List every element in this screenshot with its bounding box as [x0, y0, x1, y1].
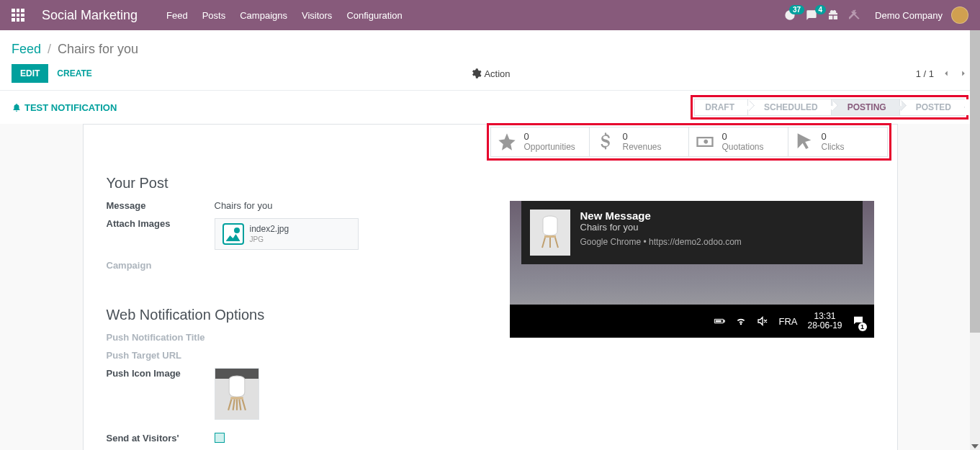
nav-configuration[interactable]: Configuration [346, 10, 402, 21]
notification-title: New Message [580, 210, 742, 222]
bell-icon [12, 102, 22, 112]
taskbar-notification-icon: 1 [853, 315, 864, 328]
stat-buttons-highlight: 0Opportunities 0Revenues 0Quotations 0Cl… [487, 123, 891, 161]
user-avatar[interactable] [951, 6, 968, 24]
push-url-label: Push Target URL [107, 350, 215, 361]
edit-button[interactable]: EDIT [12, 64, 48, 83]
nav-posts[interactable]: Posts [202, 10, 226, 21]
stat-revenues[interactable]: 0Revenues [590, 127, 689, 157]
breadcrumb-parent[interactable]: Feed [12, 42, 41, 56]
dollar-icon [595, 132, 616, 152]
create-button[interactable]: CREATE [48, 64, 100, 83]
pager-value[interactable]: 1 / 1 [916, 68, 934, 79]
message-value: Chairs for you [215, 200, 273, 211]
status-posting[interactable]: POSTING [832, 99, 900, 116]
action-dropdown[interactable]: Action [469, 68, 510, 79]
volume-mute-icon [757, 315, 768, 327]
breadcrumb: Feed / Chairs for you [12, 42, 968, 57]
cursor-icon [794, 132, 814, 152]
status-bar: DRAFT SCHEDULED POSTING POSTED [694, 99, 965, 116]
push-icon-label: Push Icon Image [107, 368, 215, 420]
chevron-right-icon[interactable] [958, 68, 968, 78]
stat-clicks[interactable]: 0Clicks [788, 127, 888, 157]
preview-taskbar: FRA 13:3128-06-19 1 [510, 305, 874, 338]
taskbar-date: 28-06-19 [807, 321, 842, 330]
chair-image [221, 375, 253, 413]
status-bar-highlight: DRAFT SCHEDULED POSTING POSTED [691, 95, 968, 120]
status-posted[interactable]: POSTED [900, 99, 965, 116]
money-icon [695, 132, 715, 152]
gift-icon[interactable] [827, 9, 839, 21]
svg-rect-0 [230, 397, 243, 399]
company-name[interactable]: Demo Company [875, 10, 943, 21]
notification-meta: Google Chrome • https://demo2.odoo.com [580, 237, 742, 247]
gear-icon [469, 68, 481, 79]
notification-card: New Message Chairs for you Google Chrome… [521, 201, 863, 264]
taskbar-lang: FRA [778, 316, 797, 327]
send-visitors-label: Send at Visitors' [107, 433, 215, 444]
activities-badge: 37 [789, 5, 804, 14]
stat-opportunities[interactable]: 0Opportunities [490, 127, 590, 157]
send-visitors-checkbox[interactable] [215, 433, 225, 443]
push-title-label: Push Notification Title [107, 332, 215, 343]
attach-label: Attach Images [107, 218, 215, 250]
status-row: TEST NOTIFICATION DRAFT SCHEDULED POSTIN… [0, 91, 980, 124]
stat-quotations[interactable]: 0Quotations [689, 127, 788, 157]
image-icon [222, 223, 244, 245]
notification-image [530, 210, 570, 256]
your-post-heading: Your Post [107, 175, 481, 192]
control-panel: Feed / Chairs for you EDIT CREATE Action… [0, 30, 980, 83]
push-icon-thumbnail[interactable] [215, 368, 259, 420]
campaign-label: Campaign [107, 260, 215, 271]
attachment-chip[interactable]: index2.jpgJPG [215, 218, 359, 250]
nav-visitors[interactable]: Visitors [302, 10, 332, 21]
notification-preview: New Message Chairs for you Google Chrome… [510, 201, 874, 338]
wifi-icon [735, 315, 747, 327]
main-navbar: Social Marketing Feed Posts Campaigns Vi… [0, 0, 980, 30]
status-scheduled[interactable]: SCHEDULED [748, 99, 832, 116]
breadcrumb-current: Chairs for you [58, 42, 138, 56]
form-sheet: 0Opportunities 0Revenues 0Quotations 0Cl… [83, 124, 898, 450]
discuss-badge: 4 [815, 5, 827, 14]
debug-icon[interactable] [849, 9, 860, 21]
web-notif-heading: Web Notification Options [107, 307, 481, 323]
status-draft[interactable]: DRAFT [694, 99, 748, 116]
battery-icon [714, 315, 725, 327]
svg-rect-2 [716, 320, 721, 323]
apps-icon[interactable] [12, 9, 24, 22]
vertical-scrollbar[interactable] [970, 30, 980, 450]
discuss-icon[interactable]: 4 [806, 9, 817, 21]
message-label: Message [107, 200, 215, 211]
activities-icon[interactable]: 37 [784, 9, 796, 21]
nav-campaigns[interactable]: Campaigns [240, 10, 287, 21]
notification-body: Chairs for you [580, 222, 742, 233]
chevron-left-icon[interactable] [941, 68, 951, 78]
test-notification-button[interactable]: TEST NOTIFICATION [12, 102, 117, 113]
star-icon [497, 132, 517, 152]
app-brand[interactable]: Social Marketing [42, 8, 138, 23]
nav-feed[interactable]: Feed [166, 10, 188, 21]
svg-rect-1 [544, 235, 556, 238]
